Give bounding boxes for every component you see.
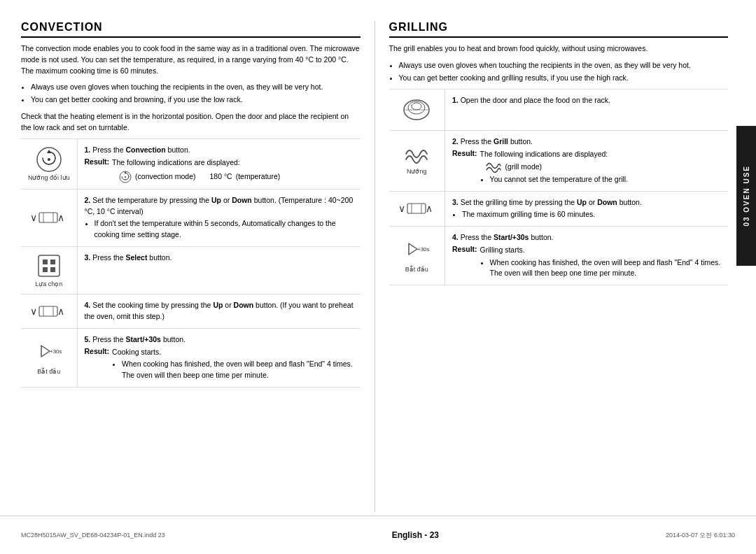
page: 03 OVEN USE CONVECTION The convection mo…: [0, 0, 756, 554]
step5-result-label: Result:: [85, 347, 110, 355]
step1-result: Result: The following indications are di…: [85, 157, 355, 183]
start-button-icon-2: +30s Bắt đầu: [392, 238, 442, 274]
table-row: ∨ ∧ 4. Set the cooking time by pressing …: [21, 294, 360, 329]
gstep2-content: 2. Press the Grill button. Result: The f…: [445, 131, 729, 191]
table-row: 1. Open the door and place the food on t…: [389, 90, 729, 131]
up-down-arrows-icon-2: ∨ ∧: [29, 301, 68, 322]
convection-mode-label: (convection mode): [135, 171, 195, 183]
convection-bullet-2: You can get better cooking and browning,…: [31, 94, 360, 106]
grill-mode-small-icon: [486, 162, 501, 173]
grilling-bullets: Always use oven gloves when touching the…: [399, 60, 729, 84]
svg-rect-17: [39, 306, 57, 316]
table-row: ∨ ∧ 3. Set the grilling time by pressing…: [389, 191, 729, 227]
step1-text: 1. Press the Convection button.: [85, 145, 355, 156]
gstep3-content: 3. Set the grilling time by pressing the…: [445, 191, 729, 227]
svg-text:∧: ∧: [426, 203, 433, 214]
step3-text: 3. Press the Select button.: [85, 253, 355, 264]
step2-num: 2.: [85, 196, 91, 204]
step3-content: 3. Press the Select button.: [77, 246, 360, 294]
up-down-arrows-icon-3: ∨ ∧: [398, 198, 436, 219]
gstep4-icon-cell: +30s Bắt đầu: [389, 227, 445, 285]
table-row: Nướng 2. Press the Grill button. Result:…: [389, 131, 729, 191]
step2-icon-cell: ∨ ∧: [21, 189, 77, 246]
svg-point-2: [48, 158, 50, 161]
gstep2-icon-cell: Nướng: [389, 131, 445, 191]
table-row: ∨ ∧ 2. Set the temperatur: [21, 189, 360, 246]
footer: MC28H5015AW_SV_DE68-04234P-01_EN.indd 23…: [0, 516, 756, 554]
gstep2-result: Result: The following indications are di…: [452, 149, 722, 185]
rack-icon: [402, 95, 431, 125]
gstep4-result-label: Result:: [452, 245, 477, 253]
step5-result-content: Cooking starts. When cooking has finishe…: [112, 347, 354, 381]
gstep3-bullets: The maximum grilling time is 60 minutes.: [462, 209, 722, 220]
gstep3-bullet-1: The maximum grilling time is 60 minutes.: [462, 209, 722, 220]
grilling-intro: The grill enables you to heat and brown …: [389, 43, 729, 55]
step1-result-display: (convection mode) 180 °C (temperature): [119, 171, 280, 183]
oven-door-icon: [392, 95, 442, 125]
grilling-title: GRILLING: [389, 21, 729, 38]
gstep2-bullets: You cannot set the temperature of the gr…: [490, 174, 629, 185]
step5-num: 5.: [85, 335, 91, 343]
gstep4-content: 4. Press the Start/+30s button. Result: …: [445, 227, 729, 285]
convection-button-icon: Nướng đối lưu: [24, 146, 74, 183]
grilling-bullet-1: Always use oven gloves when touching the…: [399, 60, 729, 71]
table-row: Nướng đối lưu 1. Press the Convection bu…: [21, 139, 360, 190]
gstep4-bullets: When cooking has finished, the oven will…: [490, 257, 722, 280]
step1-content: 1. Press the Convection button. Result: …: [77, 139, 360, 190]
footer-left: MC28H5015AW_SV_DE68-04234P-01_EN.indd 23: [21, 532, 165, 539]
table-row: +30s Bắt đầu 5. Press the Start/+30s but…: [21, 328, 360, 387]
gstep2-text: 2. Press the Grill button.: [452, 136, 722, 148]
svg-text:+30s: +30s: [50, 348, 62, 355]
svg-text:+30s: +30s: [417, 246, 430, 253]
convection-intro: The convection mode enables you to cook …: [21, 43, 360, 76]
step4-content: 4. Set the cooking time by pressing the …: [77, 294, 360, 329]
svg-text:∨: ∨: [398, 203, 405, 214]
start-icon: +30s Bắt đầu: [24, 340, 74, 376]
convection-mode-small-icon: [119, 171, 132, 183]
svg-marker-32: [409, 243, 417, 255]
svg-rect-12: [43, 260, 48, 264]
convection-section: CONVECTION The convection mode enables y…: [21, 21, 375, 512]
footer-right: 2014-03-07 오전 6:01:30: [666, 531, 735, 540]
svg-rect-14: [43, 267, 48, 272]
step5-icon-cell: +30s Bắt đầu: [21, 328, 77, 387]
gstep1-content: 1. Open the door and place the food on t…: [445, 90, 729, 131]
step5-content: 5. Press the Start/+30s button. Result: …: [77, 328, 360, 387]
step5-bullets: When cooking has finished, the oven will…: [122, 359, 354, 381]
step1-result-label: Result:: [85, 157, 110, 166]
step3-num: 3.: [85, 253, 91, 262]
start-icon-label: Bắt đầu: [37, 368, 60, 376]
main-content: CONVECTION The convection mode enables y…: [21, 21, 728, 512]
svg-text:∨: ∨: [30, 212, 37, 223]
start-button-icon: +30s: [36, 340, 62, 367]
start-grill-icon: +30s: [403, 238, 430, 264]
temp-display: 180 °C (temperature): [209, 171, 280, 183]
up-down-arrows-icon: ∨ ∧: [29, 207, 68, 228]
gstep2-num: 2.: [452, 137, 458, 145]
step4-icon-cell: ∨ ∧: [21, 294, 77, 329]
convection-check: Check that the heating element is in the…: [21, 111, 360, 134]
convection-steps: Nướng đối lưu 1. Press the Convection bu…: [21, 138, 360, 388]
gstep1-num: 1.: [452, 96, 458, 104]
gstep4-result: Result: Grilling starts. When cooking ha…: [452, 245, 722, 279]
svg-text:∧: ∧: [57, 212, 64, 223]
svg-rect-13: [50, 260, 55, 264]
temp-label: (temperature): [236, 171, 281, 183]
svg-point-24: [408, 101, 425, 114]
gstep2-result-content: The following indications are displayed:…: [480, 149, 629, 185]
step4-num: 4.: [85, 301, 91, 309]
step1-num: 1.: [85, 145, 91, 154]
step2-text: 2. Set the temperature by pressing the U…: [85, 195, 355, 218]
step1-icon-cell: Nướng đối lưu: [21, 139, 77, 190]
step5-bullet-1: When cooking has finished, the oven will…: [122, 359, 354, 381]
grill-icon-label: Nướng: [407, 168, 427, 176]
step1-result-text: The following indications are displayed:: [112, 157, 280, 183]
step3-icon-cell: Lựa chọn: [21, 246, 77, 294]
svg-text:∧: ∧: [57, 306, 64, 317]
svg-rect-15: [50, 267, 55, 272]
step5-text: 5. Press the Start/+30s button.: [85, 334, 355, 346]
svg-rect-28: [407, 204, 426, 213]
convection-mode-display: (convection mode): [119, 171, 195, 183]
up-down-icon: ∨ ∧: [24, 207, 74, 228]
start-icon-label-2: Bắt đầu: [405, 266, 428, 274]
